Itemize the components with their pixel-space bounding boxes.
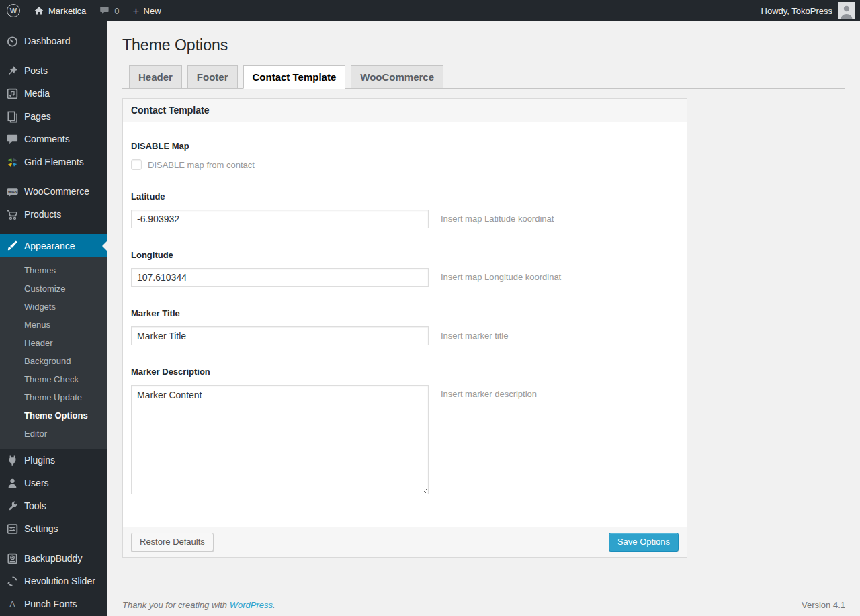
sidebar-item-woocommerce[interactable]: Woo WooCommerce [0,180,108,203]
theme-options-tabs: Header Footer Contact Template WooCommer… [122,65,845,89]
longitude-input[interactable] [131,268,429,287]
cart-icon [0,208,24,221]
sidebar-item-users[interactable]: Users [0,472,108,494]
menu-separator [0,173,108,180]
sidebar-item-label: Users [24,478,49,488]
page-title: Theme Options [122,36,845,55]
footer-thanks-prefix: Thank you for creating with [122,600,227,610]
sidebar-item-media[interactable]: Media [0,82,108,105]
wordpress-link[interactable]: WordPress [230,600,273,610]
sidebar-item-backupbuddy[interactable]: BackupBuddy [0,547,108,570]
main-content: Theme Options Header Footer Contact Temp… [108,21,860,616]
sidebar-item-label: Tools [24,500,46,511]
sidebar-item-posts[interactable]: Posts [0,59,108,82]
sidebar-item-tools[interactable]: Tools [0,494,108,517]
new-content-menu[interactable]: + New [126,0,168,21]
howdy-label: Howdy, TokoPress [761,6,832,16]
tab-footer[interactable]: Footer [187,65,238,89]
submenu-item-themes[interactable]: Themes [0,261,108,279]
submenu-item-customize[interactable]: Customize [0,279,108,298]
marker-title-label: Marker Title [131,308,679,318]
submenu-item-theme-update[interactable]: Theme Update [0,388,108,406]
sidebar-item-dashboard[interactable]: Dashboard [0,30,108,52]
pinwheel-icon [0,156,24,169]
menu-separator [0,226,108,234]
longitude-label: Longitude [131,250,679,260]
footer-version: Version 4.1 [802,600,845,610]
admin-bar: W Marketica 0 + New Howdy, TokoPress [0,0,860,21]
tab-woocommerce[interactable]: WooCommerce [351,65,443,89]
marker-title-field: Marker Title Insert marker title [131,308,679,345]
sidebar-item-label: Dashboard [24,36,71,46]
disable-map-checkbox[interactable] [131,159,142,170]
sidebar-item-settings[interactable]: Settings [0,517,108,540]
save-options-button[interactable]: Save Options [609,533,679,552]
comment-bubble-icon [0,133,24,146]
dashboard-icon [0,35,24,48]
sidebar-item-appearance[interactable]: Appearance [0,234,108,257]
tab-header[interactable]: Header [129,65,182,89]
sidebar-item-grid-elements[interactable]: Grid Elements [0,150,108,173]
paintbrush-icon [0,239,24,252]
comments-menu[interactable]: 0 [93,0,126,21]
latitude-input[interactable] [131,210,429,228]
sidebar-item-label: Posts [24,65,48,76]
pages-icon [0,110,24,123]
backup-drive-icon [0,552,24,565]
submenu-item-header[interactable]: Header [0,334,108,352]
restore-defaults-button[interactable]: Restore Defaults [131,533,214,552]
sidebar-item-label: Grid Elements [24,157,84,167]
sidebar-item-label: Plugins [24,455,55,466]
submenu-item-theme-options[interactable]: Theme Options [0,406,108,425]
tab-contact-template[interactable]: Contact Template [243,65,346,89]
sliders-icon [0,523,24,535]
admin-bar-left: W Marketica 0 + New [0,0,168,21]
submenu-item-editor[interactable]: Editor [0,425,108,443]
sidebar-item-label: Pages [24,111,51,122]
site-name-menu[interactable]: Marketica [27,0,93,21]
marker-description-hint: Insert marker description [441,385,537,399]
marker-title-input[interactable] [131,326,429,345]
submenu-item-theme-check[interactable]: Theme Check [0,370,108,388]
svg-text:A: A [9,599,15,609]
woo-badge-icon: Woo [0,185,24,198]
sidebar-item-pages[interactable]: Pages [0,105,108,128]
plug-icon [0,454,24,467]
appearance-submenu: Themes Customize Widgets Menus Header Ba… [0,257,108,449]
wrench-icon [0,500,24,513]
wordpress-logo-icon: W [7,4,20,17]
account-menu[interactable]: Howdy, TokoPress [761,0,860,21]
panel-body: DISABLE Map DISABLE map from contact Lat… [123,122,687,527]
menu-separator [0,540,108,547]
panel-title: Contact Template [123,99,687,122]
latitude-field: Latitude Insert map Latitude koordinat [131,191,679,228]
sidebar-item-punch-fonts[interactable]: A Punch Fonts [0,592,108,615]
plus-icon: + [133,5,140,17]
sidebar-item-comments[interactable]: Comments [0,128,108,150]
submenu-item-background[interactable]: Background [0,352,108,370]
pushpin-icon [0,64,24,77]
current-menu-arrow-icon [97,240,108,251]
sidebar-item-label: Appearance [24,240,75,251]
sidebar-item-label: Punch Fonts [24,599,77,609]
wordpress-logo-menu[interactable]: W [0,0,27,21]
disable-map-checkbox-label[interactable]: DISABLE map from contact [148,160,255,170]
sidebar-item-label: Products [24,209,61,220]
sidebar-item-label: Revolution Slider [24,576,95,586]
latitude-hint: Insert map Latitude koordinat [441,210,554,224]
marker-description-label: Marker Description [131,367,679,377]
sidebar-item-products[interactable]: Products [0,203,108,226]
panel-footer: Restore Defaults Save Options [123,527,687,557]
sidebar-item-revolution-slider[interactable]: Revolution Slider [0,570,108,592]
sidebar-item-label: WooCommerce [24,186,89,197]
sidebar-item-plugins[interactable]: Plugins [0,449,108,472]
footer-period: . [273,600,275,610]
sidebar-item-label: BackupBuddy [24,553,82,564]
submenu-item-menus[interactable]: Menus [0,316,108,334]
submenu-item-widgets[interactable]: Widgets [0,298,108,316]
marker-description-textarea[interactable] [131,385,429,494]
sidebar-item-label: Comments [24,134,70,144]
site-name-label: Marketica [48,6,86,16]
comment-count: 0 [114,6,119,16]
sidebar-item-label: Settings [24,523,58,534]
